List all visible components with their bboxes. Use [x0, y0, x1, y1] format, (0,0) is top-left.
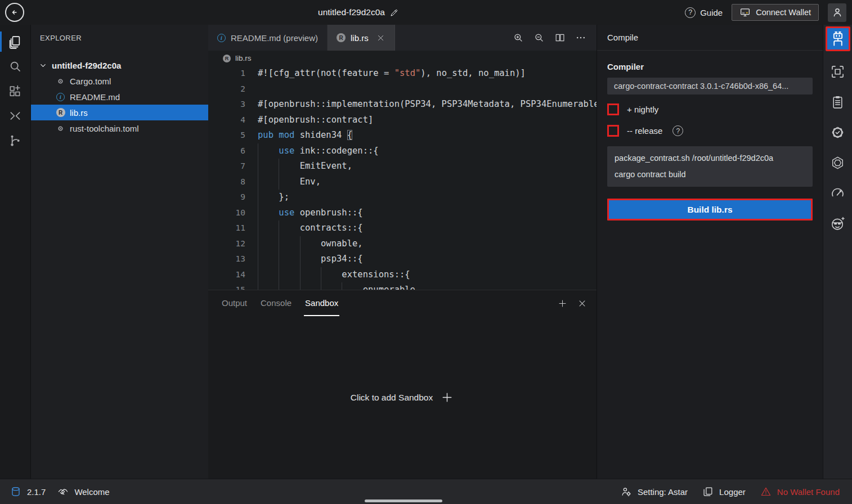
editor-tab[interactable]: Rlib.rs [328, 25, 395, 51]
wallet-monitor-icon [739, 7, 751, 18]
file-item[interactable]: Rlib.rs [31, 105, 208, 120]
tree-root-folder[interactable]: untitled-f29d2c0a [31, 57, 208, 73]
code-line: 4 #[openbrush::contract] [208, 112, 597, 128]
status-logger[interactable]: Logger [702, 486, 746, 497]
status-wallet-warning[interactable]: No Wallet Found [760, 486, 840, 497]
handshake-icon [57, 486, 69, 497]
plus-icon [440, 390, 454, 404]
tab-label: README.md (preview) [231, 33, 318, 43]
plugin-tasks[interactable] [830, 87, 845, 117]
code-line: 11 contracts::{ [208, 220, 597, 236]
status-setting[interactable]: Setting: Astar [621, 486, 688, 497]
plugin-gas-meter[interactable] [830, 178, 845, 208]
rust-icon: R [223, 55, 231, 62]
nightly-checkbox[interactable] [607, 104, 619, 115]
add-panel-icon[interactable] [557, 298, 568, 309]
breadcrumb-label: lib.rs [235, 54, 252, 62]
files-icon [8, 34, 23, 49]
code-line: 6 use ink::codegen::{ [208, 143, 597, 159]
code-line: 13 psp34::{ [208, 251, 597, 267]
root-folder-label: untitled-f29d2c0a [52, 61, 121, 70]
code-line: 8 Env, [208, 174, 597, 190]
status-welcome[interactable]: Welcome [57, 486, 109, 497]
rust-icon: R [56, 108, 65, 117]
plugin-verify[interactable] [830, 117, 845, 147]
file-item[interactable]: iREADME.md [31, 89, 208, 105]
panel-tab[interactable]: Console [259, 290, 293, 316]
build-button[interactable]: Build lib.rs [607, 199, 813, 220]
line-number: 12 [208, 236, 245, 252]
back-button[interactable] [5, 3, 24, 22]
status-label: No Wallet Found [777, 487, 840, 497]
file-label: README.md [70, 92, 120, 102]
more-icon[interactable] [575, 32, 586, 43]
release-label: -- release [627, 126, 662, 136]
file-item[interactable]: Cargo.toml [31, 73, 208, 89]
line-number: 13 [208, 251, 245, 267]
gauge-icon [830, 186, 845, 201]
code-line: 2 [208, 82, 597, 97]
connect-wallet-button[interactable]: Connect Wallet [732, 4, 819, 21]
grid-plus-icon [8, 84, 23, 98]
back-arrow-icon [9, 7, 20, 18]
line-number: 14 [208, 267, 245, 283]
rename-pencil-icon[interactable] [389, 8, 399, 17]
activity-item-plugin-manager[interactable] [0, 80, 31, 102]
activity-item-collapse[interactable] [0, 105, 31, 127]
compiler-select[interactable]: cargo-contract-contract 3.0.1-c746b0d-x8… [607, 78, 813, 94]
compiler-label: Compiler [607, 62, 813, 71]
gear-icon [56, 124, 65, 133]
code-editor[interactable]: 1 #![cfg_attr(not(feature = "std"), no_s… [208, 66, 597, 290]
editor-tab[interactable]: iREADME.md (preview) [208, 25, 328, 51]
robot-icon [829, 30, 846, 47]
line-number: 15 [208, 282, 245, 290]
line-number: 8 [208, 174, 245, 190]
close-panel-icon[interactable] [577, 298, 588, 309]
nightly-option: + nightly [607, 104, 813, 115]
file-label: rust-toolchain.toml [70, 124, 139, 133]
split-icon[interactable] [554, 32, 566, 43]
build-command-line: cargo contract build [615, 166, 805, 183]
zoom-out-icon[interactable] [533, 32, 545, 43]
build-command-box[interactable]: package_contract.sh /root/untitled-f29d2… [607, 146, 813, 187]
line-number: 4 [208, 112, 245, 128]
collapse-icon [8, 109, 23, 123]
line-number: 6 [208, 143, 245, 159]
guide-button[interactable]: ? Guide [685, 7, 723, 18]
titlebar-actions: ? Guide Connect Wallet [685, 0, 846, 25]
panel-tab[interactable]: Sandbox [304, 290, 339, 316]
main-area: EXPLORER untitled-f29d2c0a Cargo.toml iR… [0, 25, 852, 479]
info-icon: i [217, 34, 226, 42]
release-help-icon[interactable]: ? [672, 125, 683, 136]
activity-item-search[interactable] [0, 55, 31, 78]
line-number: 5 [208, 128, 245, 143]
editor-toolbar [513, 25, 597, 51]
file-item[interactable]: rust-toolchain.toml [31, 120, 208, 136]
file-label: lib.rs [70, 108, 88, 118]
zoom-in-icon[interactable] [513, 32, 524, 43]
activity-item-explorer[interactable] [0, 30, 31, 53]
seal-check-icon [830, 125, 845, 140]
code-line: 14 extensions::{ [208, 267, 597, 283]
account-avatar[interactable] [828, 3, 846, 22]
guide-label: Guide [700, 8, 723, 17]
plugin-deploy[interactable] [830, 56, 845, 87]
panel-tab[interactable]: Output [221, 290, 248, 316]
explorer-sidebar: EXPLORER untitled-f29d2c0a Cargo.toml iR… [31, 25, 208, 479]
close-tab-icon[interactable] [376, 33, 385, 43]
add-sandbox-button[interactable]: Click to add Sandbox [208, 316, 597, 479]
plugin-compile[interactable] [826, 26, 850, 51]
line-number: 1 [208, 66, 245, 82]
warning-icon [760, 486, 772, 497]
nightly-label: + nightly [627, 105, 658, 114]
activity-bar [0, 25, 31, 479]
code-line: 12 ownable, [208, 236, 597, 252]
explorer-header: EXPLORER [31, 25, 208, 51]
release-checkbox[interactable] [607, 125, 619, 137]
activity-item-source-control[interactable] [0, 129, 31, 152]
release-option: -- release ? [607, 125, 813, 137]
info-icon: i [56, 93, 65, 101]
code-line: 10 use openbrush::{ [208, 205, 597, 221]
plugin-sandbox[interactable] [830, 208, 845, 238]
plugin-ai-assistant[interactable] [830, 147, 845, 178]
